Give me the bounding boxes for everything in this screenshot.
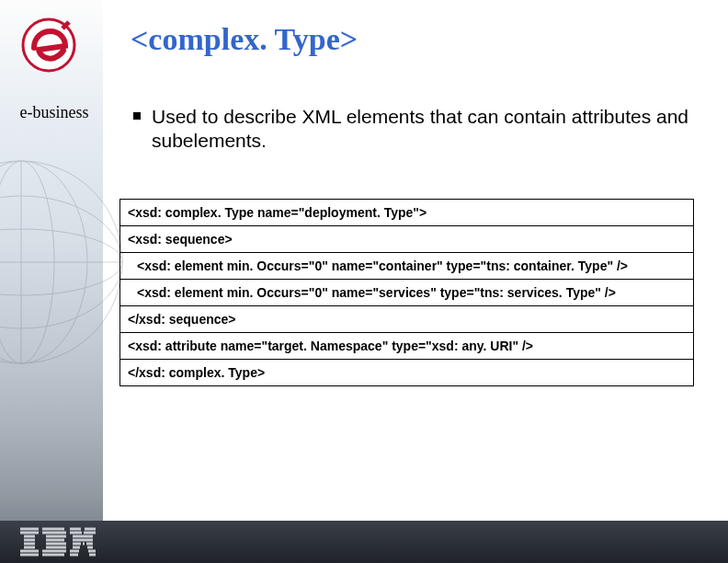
bullet-text: Used to describe XML elements that can c… <box>152 105 703 154</box>
code-line: <xsd: complex. Type name="deployment. Ty… <box>120 200 693 225</box>
code-line: <xsd: element min. Occurs="0" name="cont… <box>120 252 693 279</box>
code-line: </xsd: complex. Type> <box>120 359 693 385</box>
bullet-square-icon <box>133 112 141 120</box>
code-line: <xsd: sequence> <box>120 225 693 252</box>
code-line: </xsd: sequence> <box>120 305 693 332</box>
slide-title: <complex. Type> <box>131 22 358 57</box>
code-line: <xsd: attribute name="target. Namespace"… <box>120 332 693 359</box>
code-example-box: <xsd: complex. Type name="deployment. Ty… <box>119 199 694 386</box>
code-line: <xsd: element min. Occurs="0" name="serv… <box>120 279 693 305</box>
bullet-item: Used to describe XML elements that can c… <box>133 105 703 154</box>
slide-left-strip <box>0 0 103 563</box>
ibm-logo-icon <box>20 526 96 557</box>
slide-footer-band <box>0 521 728 563</box>
e-business-logo-icon <box>20 17 77 74</box>
sidebar-label: e-business <box>13 104 96 121</box>
